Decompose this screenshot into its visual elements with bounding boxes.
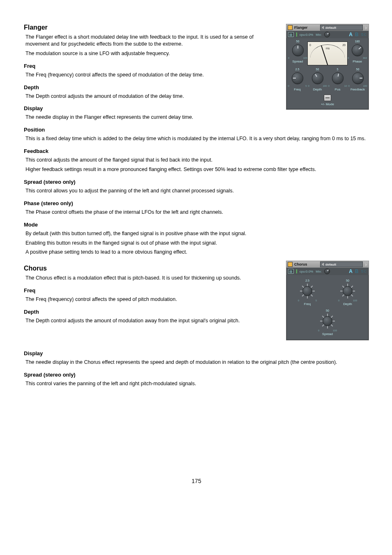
body-text: The Phase control offsets the phase of t… [25, 209, 369, 216]
mix-label: Mix: [316, 270, 322, 273]
page-number: 175 [24, 478, 369, 484]
chorus-freq-label: Freq [304, 302, 311, 306]
plugin-titlebar: Flanger default [286, 24, 369, 31]
preset-selector[interactable]: default [320, 261, 363, 267]
plugin-titlebar: Chorus default [286, 261, 369, 268]
feedback-value: 50 [356, 68, 360, 71]
freq-knob[interactable] [292, 72, 303, 84]
phase-knob-label: Phase [353, 60, 362, 63]
body-text: Higher feedback settings result in a mor… [25, 166, 369, 173]
plugin-view-icon[interactable]: ▤ [288, 32, 294, 37]
preset-prev-icon[interactable] [322, 263, 324, 266]
sidechain-button[interactable]: SC [361, 32, 367, 37]
cpu-readout: cpu:0.0% [300, 270, 313, 273]
flanger-plugin-panel: Flanger default ▤ cpu:0.0% Mix: A B SC [286, 24, 369, 110]
spread-knob-label: Spread [293, 60, 303, 63]
mode-toggle-label: +/- Mode [321, 102, 334, 106]
flanger-mode-heading: Mode [24, 222, 369, 228]
cpu-readout: cpu:0.0% [300, 33, 313, 37]
plugin-name: Chorus [294, 262, 307, 266]
chorus-spread-knob[interactable] [320, 314, 335, 328]
feedback-knob[interactable] [352, 72, 364, 84]
ab-compare-a[interactable]: A [349, 32, 353, 37]
plugin-active-indicator [296, 32, 297, 37]
mix-knob[interactable] [324, 32, 330, 37]
body-text: A positive phase setting tends to lead t… [25, 249, 369, 256]
mix-label: Mix: [316, 33, 322, 37]
chorus-depth-value: 50 [346, 279, 349, 282]
ab-compare-b[interactable]: B [355, 268, 359, 274]
body-text: The needle display in the Chorus effect … [25, 359, 369, 366]
ab-compare-a[interactable]: A [349, 268, 353, 274]
freq-value: 2.5 [295, 68, 300, 71]
meter-max: 20 [342, 44, 346, 46]
chorus-freq-knob[interactable] [300, 284, 315, 298]
pos-value: 5 [337, 68, 339, 71]
pos-knob[interactable] [332, 72, 344, 84]
delay-meter: 0 20 ms [307, 42, 348, 65]
sidechain-button[interactable]: SC [361, 269, 367, 273]
body-text: This control allows you to adjust the pa… [25, 187, 369, 194]
mix-knob[interactable] [324, 268, 330, 274]
depth-knob-label: Depth [313, 88, 322, 91]
body-text: By default (with this button turned off)… [25, 230, 369, 237]
preset-name: default [325, 263, 336, 266]
plugin-name: Flanger [294, 25, 308, 30]
body-text: This control varies the panning of the l… [25, 380, 369, 387]
preset-next-icon[interactable] [365, 26, 367, 30]
body-text: Enabling this button results in the flan… [25, 240, 369, 247]
chorus-spread-value: 50 [326, 309, 329, 312]
chorus-depth-label: Depth [343, 302, 352, 306]
depth-value: 50 [316, 68, 319, 71]
preset-next-icon[interactable] [365, 263, 367, 266]
freq-knob-label: Freq [294, 88, 300, 91]
body-text: This control adjusts the amount of the f… [25, 157, 369, 164]
preset-prev-icon[interactable] [322, 26, 324, 29]
chorus-spread-heading: Spread (stereo only) [24, 372, 369, 378]
spread-value: 50 [296, 40, 300, 43]
depth-knob[interactable] [312, 72, 323, 84]
flanger-phase-heading: Phase (stereo only) [24, 200, 369, 206]
chorus-depth-knob[interactable] [340, 284, 355, 298]
meter-min: 0 [309, 44, 311, 46]
chorus-freq-value: 2.5 [305, 279, 309, 282]
flanger-spread-heading: Spread (stereo only) [24, 179, 369, 185]
ab-compare-b[interactable]: B [355, 32, 359, 37]
pos-knob-label: Pos [335, 88, 341, 91]
chorus-spread-label: Spread [322, 332, 333, 336]
plugin-active-indicator [296, 269, 297, 273]
plugin-view-icon[interactable]: ▤ [288, 269, 294, 274]
flanger-feedback-heading: Feedback [24, 148, 369, 154]
plugin-enable-icon[interactable] [288, 262, 293, 267]
flanger-position-heading: Position [24, 127, 369, 133]
body-text: The needle display in the Flanger effect… [25, 114, 369, 121]
phase-knob[interactable] [352, 44, 363, 56]
body-text: This is a fixed delay time which is adde… [25, 135, 369, 142]
feedback-knob-label: Feedback [350, 88, 365, 91]
chorus-plugin-panel: Chorus default ▤ cpu:0.0% Mix: A B SC [286, 261, 369, 340]
preset-name: default [325, 26, 336, 30]
plugin-toolbar: ▤ cpu:0.0% Mix: A B SC [286, 31, 369, 38]
mode-toggle-button[interactable] [324, 95, 331, 101]
preset-selector[interactable]: default [320, 25, 363, 30]
chorus-display-heading: Display [24, 350, 369, 356]
plugin-toolbar: ▤ cpu:0.0% Mix: A B SC [286, 268, 369, 275]
plugin-enable-icon[interactable] [288, 25, 293, 30]
spread-knob[interactable] [292, 44, 304, 56]
phase-value: 180 [355, 40, 360, 43]
